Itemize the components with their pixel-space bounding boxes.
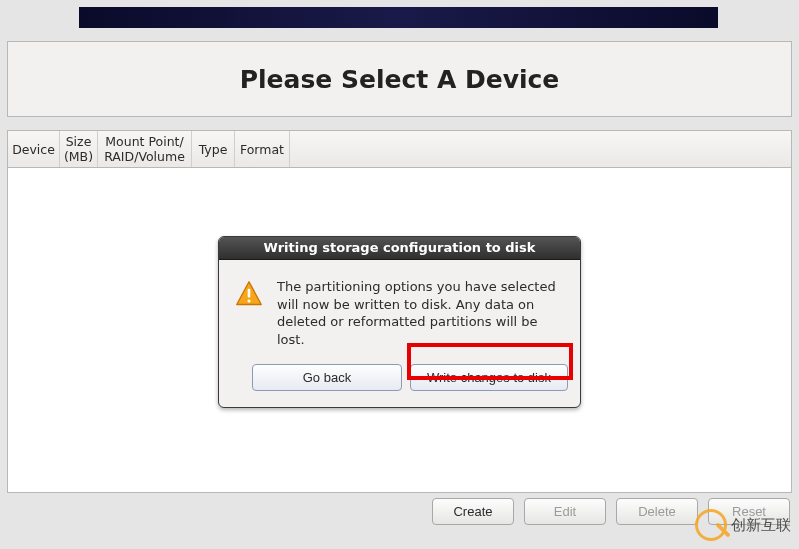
title-panel: Please Select A Device bbox=[7, 41, 792, 117]
column-header-mount[interactable]: Mount Point/ RAID/Volume bbox=[98, 131, 192, 167]
watermark-text: 创新互联 bbox=[731, 516, 791, 535]
dialog-body: The partitioning options you have select… bbox=[219, 260, 580, 358]
footer-toolbar: Create Edit Delete Reset bbox=[7, 498, 792, 525]
svg-point-1 bbox=[247, 299, 250, 302]
column-header-format[interactable]: Format bbox=[235, 131, 290, 167]
device-table-header: Device Size (MB) Mount Point/ RAID/Volum… bbox=[7, 130, 792, 168]
warning-icon bbox=[235, 280, 263, 308]
dialog-title: Writing storage configuration to disk bbox=[219, 237, 580, 260]
installer-banner bbox=[79, 7, 718, 28]
column-header-type[interactable]: Type bbox=[192, 131, 235, 167]
column-header-spacer bbox=[290, 131, 791, 167]
create-button[interactable]: Create bbox=[432, 498, 514, 525]
svg-rect-0 bbox=[248, 289, 251, 298]
column-header-size[interactable]: Size (MB) bbox=[60, 131, 98, 167]
page-title: Please Select A Device bbox=[240, 65, 560, 94]
dialog-button-row: Go back Write changes to disk bbox=[219, 358, 580, 407]
column-header-device[interactable]: Device bbox=[8, 131, 60, 167]
write-storage-dialog: Writing storage configuration to disk Th… bbox=[218, 236, 581, 408]
watermark: 创新互联 bbox=[695, 509, 791, 541]
edit-button: Edit bbox=[524, 498, 606, 525]
watermark-icon bbox=[695, 509, 727, 541]
delete-button: Delete bbox=[616, 498, 698, 525]
go-back-button[interactable]: Go back bbox=[252, 364, 402, 391]
write-changes-button[interactable]: Write changes to disk bbox=[410, 364, 568, 391]
dialog-message: The partitioning options you have select… bbox=[277, 278, 564, 348]
